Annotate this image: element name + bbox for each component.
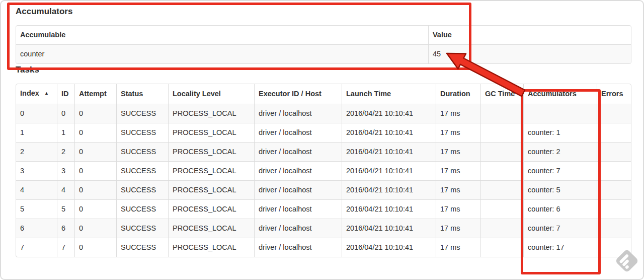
accumulators-title: Accumulators bbox=[16, 6, 643, 18]
cell-status: SUCCESS bbox=[116, 161, 168, 180]
column-header-accumulators[interactable]: Accumulators bbox=[523, 84, 597, 104]
column-header-index[interactable]: Index▲ bbox=[16, 84, 57, 104]
column-header-status[interactable]: Status bbox=[116, 84, 168, 104]
table-row: 770SUCCESSPROCESS_LOCALdriver / localhos… bbox=[16, 238, 631, 257]
column-header-errors[interactable]: Errors bbox=[597, 84, 631, 104]
cell-locality_level: PROCESS_LOCAL bbox=[168, 104, 254, 123]
top-spacer bbox=[1, 1, 643, 6]
cell-status: SUCCESS bbox=[116, 123, 168, 142]
cell-value: 45 bbox=[428, 44, 631, 63]
column-header-locality-level[interactable]: Locality Level bbox=[168, 84, 254, 104]
cell-locality_level: PROCESS_LOCAL bbox=[168, 219, 254, 238]
cell-locality_level: PROCESS_LOCAL bbox=[168, 180, 254, 199]
column-header-accumulable[interactable]: Accumulable bbox=[16, 26, 428, 44]
cell-status: SUCCESS bbox=[116, 199, 168, 219]
table-row: counter45 bbox=[16, 44, 631, 63]
cell-status: SUCCESS bbox=[116, 219, 168, 238]
cell-index: 1 bbox=[16, 123, 57, 142]
column-header-gc-time[interactable]: GC Time bbox=[480, 84, 523, 104]
table-row: 000SUCCESSPROCESS_LOCALdriver / localhos… bbox=[16, 104, 631, 123]
column-header-value[interactable]: Value bbox=[428, 26, 631, 44]
column-header-launch-time[interactable]: Launch Time bbox=[342, 84, 436, 104]
cell-index: 7 bbox=[16, 238, 57, 257]
cell-id: 6 bbox=[57, 219, 74, 238]
table-row: 220SUCCESSPROCESS_LOCALdriver / localhos… bbox=[16, 142, 631, 161]
cell-locality_level: PROCESS_LOCAL bbox=[168, 199, 254, 219]
cell-attempt: 0 bbox=[74, 104, 116, 123]
cell-attempt: 0 bbox=[74, 161, 116, 180]
tasks-section: Tasks Index▲ ID Attempt Status Locality … bbox=[1, 64, 643, 257]
column-header-attempt[interactable]: Attempt bbox=[74, 84, 116, 104]
table-row: 110SUCCESSPROCESS_LOCALdriver / localhos… bbox=[16, 123, 631, 142]
cell-status: SUCCESS bbox=[116, 180, 168, 199]
cell-accumulators: counter: 5 bbox=[523, 180, 597, 199]
cell-executor_id_host: driver / localhost bbox=[254, 219, 342, 238]
spark-ui-stage-page: Accumulators Accumulable Value counter45… bbox=[0, 0, 644, 280]
cell-launch_time: 2016/04/21 10:10:41 bbox=[342, 142, 436, 161]
cell-gc_time bbox=[480, 199, 523, 219]
cell-index: 3 bbox=[16, 161, 57, 180]
cell-executor_id_host: driver / localhost bbox=[254, 238, 342, 257]
cell-id: 7 bbox=[57, 238, 74, 257]
tasks-header-row: Index▲ ID Attempt Status Locality Level … bbox=[16, 84, 631, 104]
cell-errors bbox=[597, 123, 631, 142]
cell-gc_time bbox=[480, 123, 523, 142]
tasks-table: Index▲ ID Attempt Status Locality Level … bbox=[16, 84, 631, 257]
table-row: 550SUCCESSPROCESS_LOCALdriver / localhos… bbox=[16, 199, 631, 219]
cell-errors bbox=[597, 219, 631, 238]
cell-duration: 17 ms bbox=[436, 142, 480, 161]
cell-errors bbox=[597, 180, 631, 199]
cell-gc_time bbox=[480, 238, 523, 257]
cell-accumulators: counter: 1 bbox=[523, 123, 597, 142]
cell-status: SUCCESS bbox=[116, 104, 168, 123]
sort-ascending-icon: ▲ bbox=[44, 91, 49, 96]
accumulators-section: Accumulators Accumulable Value counter45 bbox=[1, 6, 643, 64]
cell-errors bbox=[597, 199, 631, 219]
cell-duration: 17 ms bbox=[436, 219, 480, 238]
cell-launch_time: 2016/04/21 10:10:41 bbox=[342, 180, 436, 199]
cell-duration: 17 ms bbox=[436, 238, 480, 257]
cell-index: 0 bbox=[16, 104, 57, 123]
cell-executor_id_host: driver / localhost bbox=[254, 142, 342, 161]
cell-locality_level: PROCESS_LOCAL bbox=[168, 142, 254, 161]
accumulators-table: Accumulable Value counter45 bbox=[16, 25, 631, 64]
cell-executor_id_host: driver / localhost bbox=[254, 123, 342, 142]
cell-accumulators bbox=[523, 104, 597, 123]
table-row: 330SUCCESSPROCESS_LOCALdriver / localhos… bbox=[16, 161, 631, 180]
cell-id: 5 bbox=[57, 199, 74, 219]
cell-gc_time bbox=[480, 142, 523, 161]
cell-launch_time: 2016/04/21 10:10:41 bbox=[342, 123, 436, 142]
cell-index: 4 bbox=[16, 180, 57, 199]
cell-duration: 17 ms bbox=[436, 123, 480, 142]
cell-launch_time: 2016/04/21 10:10:41 bbox=[342, 238, 436, 257]
cell-attempt: 0 bbox=[74, 219, 116, 238]
cell-gc_time bbox=[480, 219, 523, 238]
cell-executor_id_host: driver / localhost bbox=[254, 199, 342, 219]
column-header-id[interactable]: ID bbox=[57, 84, 74, 104]
cell-launch_time: 2016/04/21 10:10:41 bbox=[342, 104, 436, 123]
cell-gc_time bbox=[480, 104, 523, 123]
cell-id: 4 bbox=[57, 180, 74, 199]
cell-launch_time: 2016/04/21 10:10:41 bbox=[342, 219, 436, 238]
cell-accumulable: counter bbox=[16, 44, 428, 63]
cell-executor_id_host: driver / localhost bbox=[254, 180, 342, 199]
cell-id: 2 bbox=[57, 142, 74, 161]
cell-id: 1 bbox=[57, 123, 74, 142]
cell-launch_time: 2016/04/21 10:10:41 bbox=[342, 199, 436, 219]
column-header-executor-id-host[interactable]: Executor ID / Host bbox=[254, 84, 342, 104]
watermark-dot bbox=[625, 265, 629, 269]
cell-attempt: 0 bbox=[74, 238, 116, 257]
cell-index: 2 bbox=[16, 142, 57, 161]
cell-accumulators: counter: 17 bbox=[523, 238, 597, 257]
cell-executor_id_host: driver / localhost bbox=[254, 161, 342, 180]
cell-index: 6 bbox=[16, 219, 57, 238]
cell-duration: 17 ms bbox=[436, 104, 480, 123]
cell-id: 0 bbox=[57, 104, 74, 123]
column-header-duration[interactable]: Duration bbox=[436, 84, 480, 104]
cell-duration: 17 ms bbox=[436, 180, 480, 199]
tasks-title: Tasks bbox=[16, 64, 643, 76]
cell-locality_level: PROCESS_LOCAL bbox=[168, 123, 254, 142]
cell-index: 5 bbox=[16, 199, 57, 219]
table-row: 660SUCCESSPROCESS_LOCALdriver / localhos… bbox=[16, 219, 631, 238]
cell-gc_time bbox=[480, 161, 523, 180]
